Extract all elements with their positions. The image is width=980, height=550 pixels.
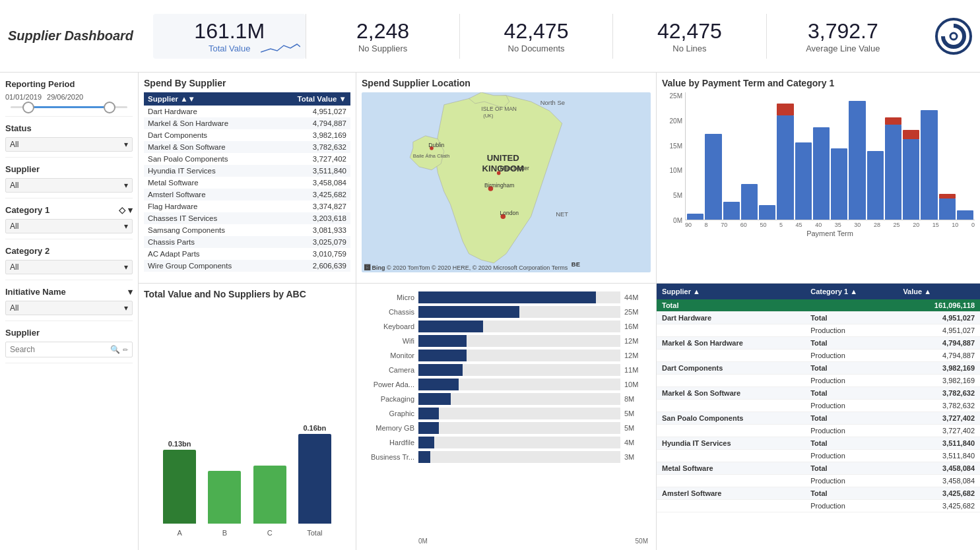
table-row[interactable]: Dart Components Total 3,982,169 bbox=[657, 362, 980, 375]
search-icon[interactable]: 🔍 bbox=[110, 345, 120, 354]
hbar-fill bbox=[418, 335, 467, 347]
rt-supplier-cell: San Poalo Components bbox=[657, 412, 805, 425]
table-row[interactable]: AC Adapt Parts3,010,759 bbox=[144, 248, 350, 260]
y-label: 10M bbox=[662, 167, 682, 174]
date-end: 29/06/2020 bbox=[47, 93, 83, 101]
right-table-panel[interactable]: Supplier ▲ Category 1 ▲ Value ▲ Total161… bbox=[657, 284, 980, 550]
table-row[interactable]: Production 3,982,169 bbox=[657, 375, 980, 387]
table-row[interactable]: Metal Software Total 3,458,084 bbox=[657, 462, 980, 475]
chevron-down-icon: ▾ bbox=[124, 303, 128, 313]
hbar-track bbox=[418, 408, 620, 419]
table-row[interactable]: Amsterl Software Total 3,425,682 bbox=[657, 487, 980, 500]
value-cell: 3,010,759 bbox=[279, 248, 350, 260]
x-label: 40 bbox=[815, 222, 822, 228]
table-row[interactable]: Samsang Components3,081,933 bbox=[144, 224, 350, 236]
table-row[interactable]: San Poalo Components3,727,402 bbox=[144, 153, 350, 165]
search-input[interactable] bbox=[10, 345, 108, 354]
rt-supplier-cell: Metal Software bbox=[657, 462, 805, 475]
gt-label: Total bbox=[657, 299, 898, 312]
supplier-cell: San Poalo Components bbox=[144, 153, 279, 165]
col-supplier[interactable]: Supplier ▲▼ bbox=[144, 92, 279, 106]
table-row[interactable]: Hyundia IT Services3,511,840 bbox=[144, 165, 350, 177]
spend-supplier-table-container[interactable]: Supplier ▲▼ Total Value ▼ Dart Hardware4… bbox=[144, 92, 350, 272]
table-row[interactable]: Chassis Parts3,025,079 bbox=[144, 236, 350, 248]
table-row[interactable]: Hyundia IT Services Total 3,511,840 bbox=[657, 437, 980, 450]
chevron-down-icon[interactable]: ▾ bbox=[128, 287, 133, 297]
rt-col-supplier[interactable]: Supplier ▲ bbox=[657, 284, 805, 299]
search-box[interactable]: 🔍 ✏ bbox=[5, 342, 133, 357]
logo-icon bbox=[940, 23, 967, 49]
hbar-row: Power Ada... 10M bbox=[362, 379, 651, 390]
table-row[interactable]: Production 4,951,027 bbox=[657, 324, 980, 337]
bar-blue bbox=[903, 139, 919, 220]
hbar-chart-panel: Micro 44M Chassis 25M Keyboard 16M Wifi … bbox=[356, 284, 657, 550]
table-row[interactable]: Production 3,782,632 bbox=[657, 400, 980, 412]
col-total-value[interactable]: Total Value ▼ bbox=[279, 92, 350, 106]
supplier-dropdown[interactable]: All ▾ bbox=[5, 178, 133, 193]
slider-left-thumb[interactable] bbox=[22, 102, 34, 113]
chevron-down-icon[interactable]: ▾ bbox=[128, 205, 133, 215]
table-row[interactable]: Markel & Son Software3,782,632 bbox=[144, 141, 350, 153]
date-start: 01/01/2019 bbox=[5, 93, 42, 101]
table-row[interactable]: Inside IT Services2,536,880 bbox=[144, 272, 350, 272]
hbar-fill bbox=[418, 291, 596, 303]
rt-col-value[interactable]: Value ▲ bbox=[898, 284, 980, 299]
table-row[interactable]: Flag Hardware3,374,827 bbox=[144, 200, 350, 212]
hbar-track bbox=[418, 451, 620, 463]
table-row[interactable]: Amsterl Software3,425,682 bbox=[144, 189, 350, 200]
hbar-axis-start: 0M bbox=[418, 537, 428, 545]
sparkline-icon bbox=[261, 39, 300, 55]
category2-dropdown[interactable]: All ▾ bbox=[5, 260, 133, 274]
table-row[interactable]: Dart Hardware4,951,027 bbox=[144, 106, 350, 117]
rt-supplier-cell: Dart Components bbox=[657, 362, 805, 375]
hbar-label: Packaging bbox=[362, 395, 414, 403]
kpi-cards: 161.1M Total Value 2,248 No Suppliers 42… bbox=[153, 14, 919, 59]
date-slider[interactable] bbox=[5, 104, 133, 111]
rt-category-cell: Production bbox=[805, 350, 898, 362]
clear-icon[interactable]: ◇ bbox=[119, 205, 125, 215]
table-row[interactable]: Chasses IT Services3,203,618 bbox=[144, 212, 350, 224]
table-row[interactable]: Dart Hardware Total 4,951,027 bbox=[657, 312, 980, 324]
bar-blue bbox=[849, 101, 865, 220]
abc-bar-group: 0.16bn bbox=[298, 424, 331, 524]
svg-text:London: London bbox=[500, 210, 519, 216]
category1-value: All bbox=[10, 222, 18, 231]
bar-red bbox=[885, 117, 901, 125]
table-row[interactable]: Markel & Son Hardware4,794,887 bbox=[144, 117, 350, 129]
slider-right-thumb[interactable] bbox=[104, 102, 115, 113]
kpi-suppliers-label: No Suppliers bbox=[358, 44, 407, 53]
x-label: 5 bbox=[779, 222, 783, 228]
table-row[interactable]: Production 4,794,887 bbox=[657, 350, 980, 362]
table-row[interactable]: Production 3,425,682 bbox=[657, 500, 980, 512]
table-row[interactable]: Dart Components3,982,169 bbox=[144, 129, 350, 141]
category1-icons: ◇ ▾ bbox=[119, 205, 133, 215]
x-label: 35 bbox=[835, 222, 841, 228]
map-attribution: © 2020 TomTom © 2020 HERE, © 2020 Micros… bbox=[387, 264, 568, 271]
bar-blue bbox=[759, 205, 775, 220]
status-dropdown[interactable]: All ▾ bbox=[5, 137, 133, 152]
table-row[interactable]: Production 3,511,840 bbox=[657, 450, 980, 462]
category1-dropdown[interactable]: All ▾ bbox=[5, 219, 133, 233]
hbar-value: 5M bbox=[624, 424, 651, 432]
abc-bar bbox=[298, 434, 331, 524]
table-row[interactable]: Production 3,458,084 bbox=[657, 475, 980, 487]
table-row[interactable]: Wire Group Components2,606,639 bbox=[144, 260, 350, 272]
rt-supplier-cell: Markel & Son Software bbox=[657, 387, 805, 400]
table-row[interactable]: Markel & Son Hardware Total 4,794,887 bbox=[657, 337, 980, 350]
hbar-track bbox=[418, 291, 620, 303]
table-row[interactable]: San Poalo Components Total 3,727,402 bbox=[657, 412, 980, 425]
initiative-text: Initiative Name bbox=[5, 287, 66, 297]
rt-value-cell: 4,794,887 bbox=[898, 337, 980, 350]
supplier-cell: Markel & Son Software bbox=[144, 141, 279, 153]
bar-group bbox=[705, 92, 721, 220]
bar-blue bbox=[957, 210, 973, 220]
x-label: 90 bbox=[685, 222, 692, 228]
rt-col-category[interactable]: Category 1 ▲ bbox=[805, 284, 898, 299]
rt-supplier-cell bbox=[657, 500, 805, 512]
initiative-dropdown[interactable]: All ▾ bbox=[5, 301, 133, 315]
table-row[interactable]: Metal Software3,458,084 bbox=[144, 177, 350, 189]
clear-search-icon[interactable]: ✏ bbox=[123, 346, 128, 353]
table-row[interactable]: Production 3,727,402 bbox=[657, 425, 980, 437]
table-row[interactable]: Markel & Son Software Total 3,782,632 bbox=[657, 387, 980, 400]
y-label: 25M bbox=[662, 92, 682, 100]
